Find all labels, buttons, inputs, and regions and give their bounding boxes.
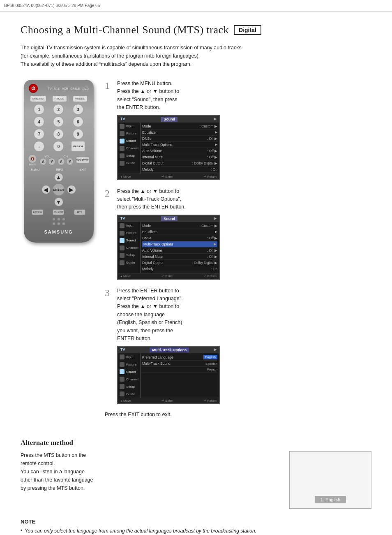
pmode-button[interactable]: P.MODE [52,95,67,102]
arrow-right: ▶ [214,117,217,122]
tv-label-3: TV [120,347,125,352]
nav-cluster: MENU INFO EXIT ▲ ◀ ENTER ▶ [27,168,90,207]
step-3-number: 3 [105,288,113,298]
page-title: Choosing a Multi-Channel Sound (MTS) tra… [21,24,229,36]
num-3[interactable]: 3 [73,104,83,115]
tv-main-1: Mode: Custom ▶ Equalizer▶ DNSe: Off ▶ Mu… [141,123,219,174]
sidebar-picture: Picture [118,130,140,137]
multitrack-label: Multi-Track Options [150,347,189,352]
english-badge: 1. English [315,496,346,503]
num-5[interactable]: 5 [53,116,64,127]
num-0[interactable]: 0 [53,141,64,152]
sidebar-picture-icon [120,131,125,136]
note-bullet: • You can only select the language from … [21,527,371,535]
s3-picture-icon [120,362,125,367]
dot-row-2 [52,222,65,225]
s2-row-melody: Melody: On [142,266,217,272]
power-button[interactable]: ⏻ [29,84,38,93]
tv-row-multitrack: Multi-Track Options▶ [142,142,217,148]
func-btn-row: FAV.CH CH.LIST MTS [27,209,90,215]
step-2-number: 2 [105,188,113,198]
s2-row-mode: Mode: Custom ▶ [142,223,217,229]
spanish-option: Spanish [205,362,217,366]
tv-row-equalizer: Equalizer▶ [142,130,217,136]
s3-row-french: French [142,367,217,373]
antenna-button[interactable]: ANTENNA [30,95,46,102]
s2-setup: Setup [118,252,140,259]
note-title: NOTE [21,519,371,525]
tv-sidebar-1: Input Picture Sound Channel Setup Guide [118,123,141,174]
digital-badge: Digital [234,25,261,35]
s3-row-multitracksound: Multi-Track Sound Spanish [142,361,217,367]
s2-channel: Channel [118,244,140,252]
nav-mid-row: ◀ ENTER ▶ [42,183,76,196]
favch-button[interactable]: FAV.CH [32,209,43,215]
tv-screen-3: TV Multi-Track Options ▶ Input Picture S… [117,346,220,404]
remote-mode-labels: TV STB VCR CABLE DVD [48,87,88,90]
intro-line2: (for example, simultaneous translations … [21,52,357,60]
chlist-button[interactable]: CH.LIST [53,209,64,215]
tv-main-2: Mode: Custom ▶ Equalizer▶ DNSe: Off ▶ Mu… [141,222,219,273]
s2-row-equalizer: Equalizer▶ [142,229,217,235]
source-button[interactable]: SOURCE [76,157,89,163]
tv-screen-1: TV Sound ▶ Input Picture Sound Channel S… [117,115,220,180]
num-6[interactable]: 6 [73,116,83,127]
dot [52,218,55,221]
nav-down-button[interactable]: ▼ [54,197,63,206]
s3-sound: Sound [118,368,140,375]
step-1-number: 1 [105,81,113,90]
step-3-text: Press the ENTER button to select "Prefer… [117,287,371,343]
nav-up-button[interactable]: ▲ [54,173,63,182]
tv-label: TV [120,117,125,122]
ch-up-button[interactable]: ∧ [66,158,74,165]
tv-screen2-header: TV Sound ▶ [118,215,219,222]
s3-picture: Picture [118,361,140,368]
nav-right-button[interactable]: ▶ [67,185,76,194]
num-dash[interactable]: - [34,141,44,152]
tv-body-3: Input Picture Sound Channel Setup Guide … [118,353,219,398]
num-1[interactable]: 1 [34,104,44,115]
mute-button[interactable]: 🔇 [28,154,37,163]
english-option: English [203,355,217,359]
s3-setup: Setup [118,383,140,390]
s2-sound: Sound [118,237,140,244]
ch-down-button[interactable]: ∧ [58,158,65,165]
s2-row-internalmute: Internal Mute: Off ▶ [142,254,217,260]
vol-up-button[interactable]: ∧ [48,158,55,165]
num-4[interactable]: 4 [34,116,44,127]
s2-row-autovolume: Auto Volume: Off ▶ [142,248,217,254]
num-8[interactable]: 8 [53,129,64,139]
vol-down-button[interactable]: ∧ [39,158,47,165]
main-layout: ⏻ TV STB VCR CABLE DVD ANTENNA P.MODE V.… [21,80,371,427]
intro-line1: The digital-TV transmission system is ca… [21,44,357,52]
s2-channel-icon [120,245,125,250]
num-7[interactable]: 7 [34,129,44,139]
vol-ch-row: 🔇 MUTE VOL ∧ ∧ CH ∧ ∧ [27,154,90,166]
tv-row-autovolume: Auto Volume: Off ▶ [142,148,217,154]
s2-input-icon [120,223,125,228]
note-text: You can only select the language from am… [25,527,371,535]
samsung-logo: SAMSUNG [27,229,90,234]
arrow-right-2: ▶ [214,216,217,221]
steps-column: 1 Press the MENU button. Press the ▲ or … [105,80,371,427]
mts-button[interactable]: MTS [74,209,85,215]
step-3: 3 Press the ENTER button to select "Pref… [105,287,371,405]
nav-enter-button[interactable]: ENTER [52,183,65,196]
num-9[interactable]: 9 [73,129,83,139]
dot-row-1 [52,218,65,221]
vmode-button[interactable]: V.MODE [73,95,88,102]
header-bar: BP68-00524A-00(062~071) 6/3/05 3:28 PM P… [0,0,392,12]
s3-setup-icon [120,384,125,389]
num-2[interactable]: 2 [53,104,64,115]
dot [57,222,60,225]
intro-line3: The availability of these additional “mu… [21,60,357,68]
alternate-method-layout: Press the MTS button on the remote contr… [21,451,371,509]
s2-picture-icon [120,231,125,236]
s3-input-icon [120,354,125,359]
nav-left-button[interactable]: ◀ [42,185,51,194]
tv-body-1: Input Picture Sound Channel Setup Guide … [118,123,219,174]
tv-row-digitaloutput: Digital Output: Dolby Digital ▶ [142,160,217,167]
prech-button[interactable]: PRE-CH [71,141,85,152]
nav-up-row: ▲ [54,173,63,182]
tv-row-melody: Melody: On [142,167,217,173]
